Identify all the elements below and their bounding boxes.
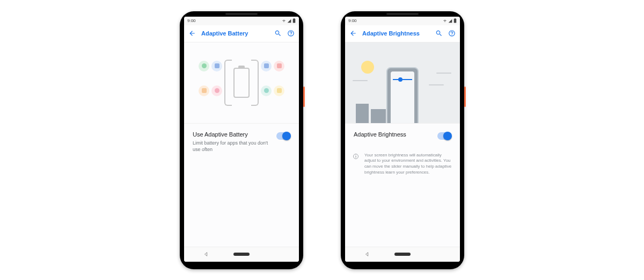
signal-icon	[448, 19, 452, 23]
status-bar: 9:00	[184, 17, 299, 25]
cloud-icon	[436, 73, 451, 74]
screen: 9:00 Adaptive Brightness	[345, 17, 460, 262]
nav-home-pill[interactable]	[394, 253, 411, 256]
wifi-icon	[282, 19, 286, 23]
battery-illustration	[184, 42, 299, 123]
building-icon	[371, 109, 386, 123]
app-chip-icon	[199, 61, 209, 71]
power-button	[464, 87, 466, 107]
slider-illustration-icon	[393, 79, 412, 80]
help-icon[interactable]	[287, 30, 295, 37]
sun-icon	[361, 61, 374, 74]
app-chip-icon	[261, 61, 272, 71]
cloud-icon	[429, 84, 444, 85]
search-icon[interactable]	[435, 30, 443, 37]
page-title: Adaptive Brightness	[362, 30, 430, 37]
speaker-grille	[225, 13, 258, 15]
app-chip-icon	[211, 85, 222, 96]
status-bar: 9:00	[345, 17, 460, 25]
signal-icon	[287, 19, 291, 23]
building-icon	[356, 104, 369, 123]
screen: 9:00 Adaptive Battery	[184, 17, 299, 262]
phone-mockup-battery: 9:00 Adaptive Battery	[180, 11, 303, 269]
phone-illustration-icon	[386, 67, 419, 123]
brace-icon	[251, 60, 259, 106]
brightness-illustration	[345, 42, 460, 123]
app-bar: Adaptive Brightness	[345, 25, 460, 42]
svg-rect-0	[293, 19, 296, 23]
page-title: Adaptive Battery	[201, 30, 269, 37]
adaptive-battery-toggle-row[interactable]: Use Adaptive Battery Limit battery for a…	[184, 123, 299, 160]
power-button	[303, 87, 305, 107]
content: Use Adaptive Battery Limit battery for a…	[184, 42, 299, 247]
info-text: Your screen brightness will automaticall…	[364, 153, 452, 176]
nav-back-icon[interactable]	[364, 252, 370, 257]
nav-bar	[184, 247, 299, 262]
svg-rect-7	[356, 156, 356, 158]
search-icon[interactable]	[274, 30, 282, 37]
svg-rect-4	[455, 18, 456, 19]
toggle-title: Adaptive Brightness	[354, 131, 431, 138]
info-row: Your screen brightness will automaticall…	[345, 147, 460, 181]
back-arrow-icon[interactable]	[188, 30, 196, 37]
status-time: 9:00	[187, 18, 196, 23]
app-chip-icon	[274, 85, 284, 96]
nav-home-pill[interactable]	[233, 253, 250, 256]
battery-status-icon	[453, 18, 457, 23]
nav-bar	[345, 247, 460, 262]
app-chip-icon	[199, 85, 209, 96]
phone-mockup-brightness: 9:00 Adaptive Brightness	[341, 11, 464, 269]
status-icons	[282, 18, 296, 23]
cloud-icon	[353, 80, 368, 81]
nav-back-icon[interactable]	[203, 252, 209, 257]
status-icons	[443, 18, 457, 23]
content: Adaptive Brightness Your screen brightne…	[345, 42, 460, 247]
app-chip-icon	[274, 61, 284, 71]
battery-status-icon	[292, 18, 296, 23]
status-time: 9:00	[348, 18, 357, 23]
adaptive-brightness-toggle-row[interactable]: Adaptive Brightness	[345, 123, 460, 147]
toggle-switch[interactable]	[276, 132, 290, 140]
brace-icon	[224, 60, 232, 106]
svg-rect-3	[454, 19, 457, 23]
svg-rect-1	[294, 18, 295, 19]
speaker-grille	[386, 13, 419, 15]
toggle-subtitle: Limit battery for apps that you don't us…	[193, 140, 270, 153]
toggle-switch[interactable]	[437, 132, 451, 140]
toggle-title: Use Adaptive Battery	[193, 131, 270, 138]
back-arrow-icon[interactable]	[349, 30, 357, 37]
help-icon[interactable]	[448, 30, 456, 37]
info-icon	[353, 153, 359, 160]
wifi-icon	[443, 19, 447, 23]
svg-rect-8	[356, 155, 356, 155]
app-chip-icon	[261, 85, 272, 96]
battery-outline-icon	[233, 68, 250, 98]
app-chip-icon	[211, 61, 222, 71]
app-bar: Adaptive Battery	[184, 25, 299, 42]
